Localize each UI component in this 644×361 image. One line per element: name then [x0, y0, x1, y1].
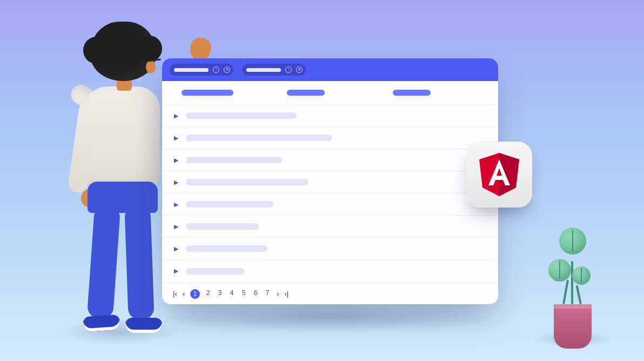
- column-header-label: [287, 90, 325, 96]
- grid-group-row[interactable]: ▶: [162, 260, 498, 282]
- pager-page-number[interactable]: 4: [228, 289, 236, 299]
- column-header[interactable]: [393, 90, 498, 96]
- expand-caret-icon[interactable]: ▶: [174, 201, 178, 208]
- row-content-placeholder: [186, 223, 259, 230]
- row-content-placeholder: [186, 201, 273, 208]
- group-chip-label: [246, 68, 281, 72]
- column-header-label: [393, 90, 431, 96]
- column-header-label: [182, 90, 233, 96]
- angular-logo-icon: [478, 152, 520, 197]
- data-grid-window: ↑ ✕ ↑ ✕ ▶▶▶▶▶▶▶▶ |‹ ‹ 1234567 › ›|: [162, 58, 498, 304]
- grid-group-row[interactable]: ▶: [162, 149, 498, 171]
- grid-group-row[interactable]: ▶: [162, 105, 498, 127]
- plant-stem: [576, 285, 582, 304]
- pager-pages: 1234567: [190, 289, 271, 299]
- expand-caret-icon[interactable]: ▶: [174, 245, 178, 252]
- pager-last-button[interactable]: ›|: [284, 290, 289, 298]
- plant-leaf: [548, 259, 571, 282]
- column-header[interactable]: [287, 90, 392, 96]
- grid-group-row[interactable]: ▶: [162, 216, 498, 238]
- column-header[interactable]: [162, 90, 287, 96]
- arrow-up-icon[interactable]: ↑: [213, 66, 219, 73]
- grid-group-row[interactable]: ▶: [162, 127, 498, 149]
- row-content-placeholder: [186, 112, 297, 119]
- person-shoe-right: [125, 318, 162, 333]
- person-leg-left: [87, 205, 121, 320]
- person-leg-right: [124, 205, 154, 320]
- expand-caret-icon[interactable]: ▶: [174, 157, 178, 164]
- plant-leaf: [559, 228, 586, 255]
- plant-stem: [562, 279, 569, 304]
- group-chip-label: [174, 68, 209, 72]
- group-chip[interactable]: ↑ ✕: [170, 64, 233, 76]
- pager-page-number[interactable]: 3: [216, 289, 224, 299]
- plant-stem: [571, 261, 573, 304]
- grouping-toolbar: ↑ ✕ ↑ ✕: [162, 58, 498, 81]
- row-content-placeholder: [186, 135, 332, 141]
- pager: |‹ ‹ 1234567 › ›|: [162, 283, 498, 304]
- plant-decoration: [541, 230, 606, 349]
- person-hair: [91, 22, 156, 81]
- expand-caret-icon[interactable]: ▶: [174, 179, 178, 186]
- arrow-up-icon[interactable]: ↑: [285, 66, 292, 73]
- row-content-placeholder: [186, 157, 282, 163]
- expand-caret-icon[interactable]: ▶: [174, 268, 178, 275]
- pager-first-button[interactable]: |‹: [173, 290, 177, 298]
- group-chip[interactable]: ↑ ✕: [242, 64, 306, 76]
- grid-group-row[interactable]: ▶: [162, 171, 498, 193]
- window-shadow: [162, 303, 497, 333]
- person-torso: [84, 86, 160, 189]
- plant-leaf: [572, 266, 591, 285]
- grid-group-row[interactable]: ▶: [162, 238, 498, 260]
- pager-page-number[interactable]: 5: [240, 289, 247, 299]
- pager-prev-button[interactable]: ‹: [183, 290, 185, 298]
- row-content-placeholder: [186, 268, 244, 275]
- expand-caret-icon[interactable]: ▶: [174, 223, 178, 230]
- row-content-placeholder: [186, 245, 267, 252]
- pager-page-number[interactable]: 1: [190, 289, 200, 299]
- plant-pot: [554, 304, 592, 349]
- pager-page-number[interactable]: 6: [252, 289, 259, 299]
- person-ear: [146, 61, 156, 73]
- pager-page-number[interactable]: 2: [204, 289, 212, 299]
- close-icon[interactable]: ✕: [224, 66, 230, 73]
- row-content-placeholder: [186, 179, 308, 185]
- angular-badge: [466, 142, 532, 208]
- close-icon[interactable]: ✕: [296, 66, 303, 73]
- grid-group-row[interactable]: ▶: [162, 193, 498, 216]
- pager-next-button[interactable]: ›: [277, 290, 279, 298]
- person-shoe-left: [83, 315, 120, 332]
- expand-caret-icon[interactable]: ▶: [174, 112, 178, 119]
- grid-rows: ▶▶▶▶▶▶▶▶: [162, 105, 498, 282]
- expand-caret-icon[interactable]: ▶: [174, 135, 178, 142]
- pager-page-number[interactable]: 7: [264, 289, 271, 299]
- column-header-row: [162, 81, 498, 105]
